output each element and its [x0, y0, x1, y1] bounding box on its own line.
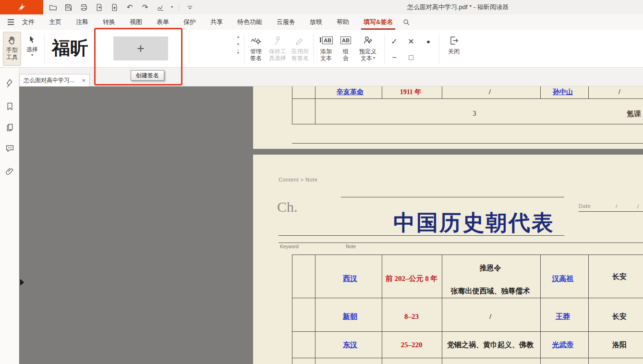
create-signature-tooltip: 创建签名: [131, 70, 164, 81]
titlebar: ↶ ↷ ▾ 怎么面对高中学习.pdf * - 福昕阅读器: [0, 0, 643, 14]
menu-share[interactable]: 共享: [203, 14, 230, 30]
customize-toolbar-icon[interactable]: [185, 2, 194, 12]
grid-line: [292, 331, 643, 332]
app-window: ↶ ↷ ▾ 怎么面对高中学习.pdf * - 福昕阅读器 文件 主页 注释 转换…: [0, 0, 643, 364]
select-dropdown-icon: ▾: [31, 53, 33, 57]
pdf-link[interactable]: 孙中山: [553, 88, 573, 97]
grid-line: [292, 143, 643, 144]
menu-fill-sign[interactable]: 填写&签名: [356, 14, 400, 30]
redo-icon[interactable]: ↷: [140, 2, 150, 12]
table-cell: 长安: [612, 312, 627, 321]
pen-icon: [295, 35, 305, 46]
hand-icon: [7, 35, 17, 46]
select-tool-label: 选择: [26, 46, 38, 53]
menu-help[interactable]: 帮助: [329, 14, 356, 30]
combine-label2: 合: [343, 55, 349, 61]
pdf-link[interactable]: 新朝: [343, 312, 357, 321]
open-file-icon[interactable]: [48, 2, 58, 12]
watermark-text: 氪课: [627, 109, 641, 119]
document-tab[interactable]: 怎么面对高中学习... ×: [19, 74, 90, 86]
foxit-logo[interactable]: [0, 0, 43, 14]
rule-line: [279, 235, 564, 236]
add-text-button[interactable]: I AB 添加 文本: [316, 32, 336, 65]
close-fill-sign-button[interactable]: 关闭: [443, 32, 465, 65]
comments-panel-icon[interactable]: [4, 143, 15, 154]
keep-tool-selected-button[interactable]: 保持工 具选择: [267, 32, 288, 65]
ink-signature-dropdown-icon[interactable]: ▾: [171, 5, 173, 9]
combine-icon: AB: [340, 34, 351, 47]
grid-line: [292, 358, 643, 358]
exit-icon: [449, 35, 459, 46]
pdf-link[interactable]: 王莽: [556, 312, 570, 321]
menu-comment[interactable]: 注释: [69, 14, 96, 30]
menu-features[interactable]: 特色功能: [230, 14, 269, 30]
pdf-link[interactable]: 西汉: [343, 274, 357, 283]
apply-all-signatures-button[interactable]: 应用所 有签名: [289, 32, 311, 65]
ribbon-separator: [384, 34, 385, 63]
grid-line: [292, 86, 292, 124]
manage-signature-label2: 签名: [250, 55, 262, 61]
table-cell: 8–23: [404, 313, 419, 321]
predefined-text-button[interactable]: 预定义 文本 ▾: [355, 32, 380, 65]
signature-preview[interactable]: 福昕: [47, 33, 93, 63]
undo-icon[interactable]: ↶: [125, 2, 134, 12]
manage-signature-button[interactable]: 管理 签名: [246, 32, 266, 65]
pages-panel-icon[interactable]: [4, 121, 15, 133]
stamp-cross-button[interactable]: ✕: [404, 35, 418, 48]
menu-cloud[interactable]: 云服务: [269, 14, 303, 30]
pdf-link[interactable]: 东汉: [343, 340, 357, 350]
save-icon[interactable]: [63, 2, 73, 12]
menu-icon[interactable]: [8, 19, 14, 25]
bookmarks-panel-icon[interactable]: [4, 100, 15, 112]
stamp-check-button[interactable]: ✓: [387, 35, 401, 48]
toolbar-separator: [179, 4, 179, 11]
rule-line: [341, 197, 564, 197]
search-icon[interactable]: [400, 16, 412, 28]
hand-tool-button[interactable]: 手型 工具: [3, 32, 21, 66]
close-tab-icon[interactable]: ×: [82, 77, 85, 84]
pdf-page-1: 辛亥革命 1911 年 / 孙中山 / 3 氪课: [253, 86, 643, 149]
table-cell: 推恩令: [480, 264, 501, 273]
grid-line: [382, 255, 382, 364]
table-cell: /: [619, 88, 620, 96]
panel-expand-handle[interactable]: [20, 279, 24, 286]
table-cell: 1911 年: [400, 88, 422, 97]
ink-signature-icon[interactable]: [156, 2, 165, 12]
menu-file[interactable]: 文件: [15, 14, 42, 30]
pdf-title: 中国历史朝代表: [393, 208, 555, 237]
combine-button[interactable]: AB 组 合: [337, 32, 354, 65]
export-page-icon[interactable]: [94, 2, 104, 12]
document-canvas[interactable]: 辛亥革命 1911 年 / 孙中山 / 3 氪课 Content > Note …: [19, 86, 643, 364]
menu-home[interactable]: 主页: [42, 14, 69, 30]
print-icon[interactable]: [79, 2, 88, 12]
gallery-scrollbar: ▴ ▾ ▾: [234, 35, 242, 55]
add-text-label: 添加: [320, 48, 332, 55]
gallery-more-icon[interactable]: ▾: [237, 50, 240, 55]
grid-line: [442, 86, 442, 98]
pdf-link[interactable]: 光武帝: [552, 340, 574, 350]
select-tool-button[interactable]: 选择 ▾: [23, 32, 41, 66]
table-cell: 3: [473, 110, 476, 118]
quick-access-toolbar: ↶ ↷ ▾: [48, 0, 194, 14]
attachments-panel-icon[interactable]: [4, 165, 15, 177]
apply-all-label: 应用所: [291, 48, 309, 55]
grid-line: [292, 255, 292, 364]
predefined-text-label: 预定义: [359, 48, 376, 55]
chapter-label: Ch.: [277, 199, 298, 215]
pdf-link[interactable]: 汉高祖: [552, 274, 574, 283]
new-document-icon[interactable]: [109, 2, 119, 12]
gallery-scroll-up-icon[interactable]: ▴: [237, 35, 240, 39]
stamp-dot-button[interactable]: ●: [421, 35, 436, 48]
menu-present[interactable]: 放映: [303, 14, 329, 30]
stamp-dash-button[interactable]: −: [387, 51, 401, 64]
stamp-square-button[interactable]: □: [404, 51, 418, 64]
gallery-scroll-down-icon[interactable]: ▾: [237, 42, 240, 47]
grid-line: [315, 255, 315, 364]
combine-label: 组: [343, 48, 349, 55]
pdf-link[interactable]: 辛亥革命: [337, 88, 364, 97]
table-cell: 前 202–公元 8 年: [386, 274, 438, 283]
keep-tool-label: 保持工: [269, 48, 286, 55]
pen-tool-icon[interactable]: [4, 77, 15, 88]
date-label: Date: [579, 203, 591, 209]
window-title: 怎么面对高中学习.pdf * - 福昕阅读器: [407, 0, 509, 14]
